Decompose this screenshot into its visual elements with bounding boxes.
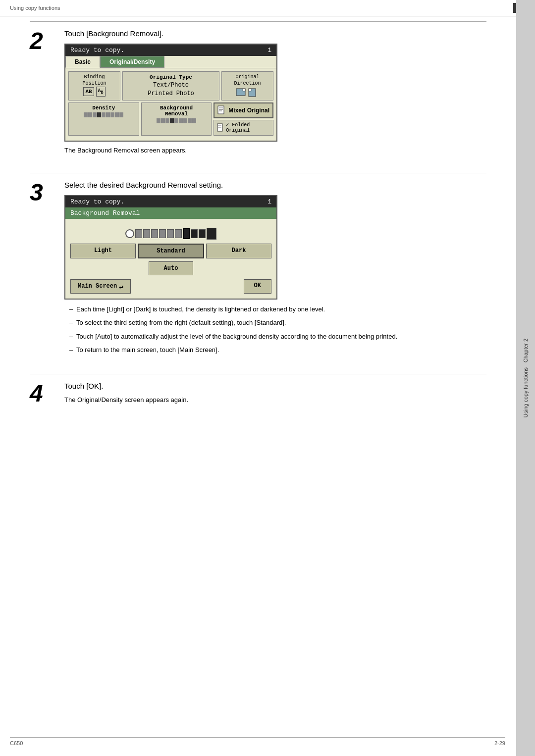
original-type-label: Original Type (126, 74, 216, 81)
svg-rect-1 (243, 89, 245, 91)
footer-right: 2-29 (494, 740, 505, 746)
density-bar-1 (72, 112, 136, 117)
bgr-header-number: 1 (268, 198, 271, 205)
bullet-1: Each time [Light] or [Dark] is touched, … (69, 304, 486, 314)
tab-basic[interactable]: Basic (65, 56, 100, 68)
screen-tabs-1: Basic Original/Density (65, 56, 276, 68)
btn-standard[interactable]: Standard (138, 244, 204, 258)
screen-row-2: Density (68, 102, 273, 136)
slider-block-4 (159, 229, 166, 238)
density-bar-2 (145, 118, 209, 123)
main-content: 2 Touch [Background Removal]. Ready to c… (0, 16, 516, 442)
step-3-title: Select the desired Background Removal se… (64, 181, 486, 189)
doc-icon-zfolded (217, 123, 224, 132)
step-3-number: 3 (30, 181, 54, 359)
footer-left: C650 (10, 740, 23, 746)
cell-mixed-original[interactable]: Mixed Original (214, 102, 273, 118)
slider-block-1 (135, 229, 142, 238)
slider-block-dark (207, 228, 216, 240)
step-2-title: Touch [Background Removal]. (64, 29, 486, 38)
direction-icon-2 (248, 88, 259, 97)
bgr-footer-row: Main Screen ↵ OK (70, 279, 271, 294)
step-2-caption: The Background Removal screen appears. (64, 147, 486, 154)
bgr-screen-header: Ready to copy. 1 (65, 196, 276, 207)
screen-row-1: Binding Position AB AB Original Type Tex… (68, 71, 273, 101)
step-2-section: 2 Touch [Background Removal]. Ready to c… (30, 21, 486, 158)
direction-icon-1 (236, 88, 247, 97)
cell-binding-position[interactable]: Binding Position AB AB (68, 71, 120, 101)
binding-icons: AB AB (72, 87, 117, 97)
cell-original-type[interactable]: Original Type Text/Photo Printed Photo (122, 71, 219, 101)
screen-mockup-1: Ready to copy. 1 Basic Original/Density … (64, 44, 277, 142)
ab-icon-2: AB (96, 87, 106, 97)
tab-original-density[interactable]: Original/Density (100, 56, 164, 68)
bullet-2: To select the third setting from the rig… (69, 318, 486, 328)
step-2-number: 2 (30, 29, 54, 158)
btn-light[interactable]: Light (70, 244, 136, 258)
step-3-section: 3 Select the desired Background Removal … (30, 173, 486, 359)
step-4-section: 4 Touch [OK]. The Original/Density scree… (30, 374, 486, 407)
slider-block-5 (167, 229, 174, 238)
svg-rect-3 (249, 89, 251, 91)
bgr-ready-text: Ready to copy. (70, 198, 124, 205)
step-4-caption: The Original/Density screen appears agai… (64, 396, 486, 403)
slider-block-3 (151, 229, 158, 238)
btn-ok[interactable]: OK (244, 279, 271, 294)
sidebar-chapter-label: Chapter 2 (523, 339, 529, 362)
bgr-slider-area (70, 228, 271, 240)
step-4-content: Touch [OK]. The Original/Density screen … (64, 382, 486, 407)
btn-auto[interactable]: Auto (149, 261, 194, 275)
direction-icons (225, 88, 270, 97)
ab-icon: AB (83, 87, 94, 96)
slider-block-selected (183, 228, 190, 239)
btn-main-screen[interactable]: Main Screen ↵ (70, 279, 131, 294)
step-3-bullets: Each time [Light] or [Dark] is touched, … (64, 304, 486, 355)
text-photo-label: Text/Photo Printed Photo (126, 81, 216, 98)
btn-dark[interactable]: Dark (206, 244, 271, 258)
bgr-slider-visual (125, 228, 216, 240)
svg-rect-8 (217, 124, 222, 131)
slider-block-6 (175, 229, 182, 238)
page-footer: C650 2-29 (10, 737, 505, 746)
bgr-body: Light Standard Dark Auto Main Screen ↵ (65, 219, 276, 299)
cell-original-direction[interactable]: Original Direction (221, 71, 273, 101)
bullet-4: To return to the main screen, touch [Mai… (69, 345, 486, 355)
step-3-content: Select the desired Background Removal se… (64, 181, 486, 359)
screen-body-1: Binding Position AB AB Original Type Tex… (65, 68, 276, 141)
bgr-buttons-row: Light Standard Dark (70, 244, 271, 258)
step-4-title: Touch [OK]. (64, 382, 486, 390)
slider-block-2 (143, 229, 150, 238)
screen-header-1: Ready to copy. 1 (65, 45, 276, 56)
right-cells: Mixed Original Z-Folded Original (214, 102, 273, 136)
main-screen-arrow-icon: ↵ (119, 282, 123, 291)
screen-header-number-1: 1 (268, 47, 271, 54)
slider-block-8 (199, 229, 206, 238)
cell-background-removal[interactable]: Background Removal (141, 102, 212, 136)
bgr-title-bar: Background Removal (65, 207, 276, 219)
bullet-3: Touch [Auto] to automatically adjust the… (69, 332, 486, 342)
header-left-text: Using copy functions (10, 5, 60, 11)
step-4-number: 4 (30, 382, 54, 407)
cell-z-folded[interactable]: Z-Folded Original (214, 120, 273, 136)
slider-block-7 (191, 229, 198, 238)
cell-density[interactable]: Density (68, 102, 139, 136)
screen-ready-text-1: Ready to copy. (70, 47, 124, 54)
svg-rect-4 (218, 106, 224, 114)
page-header: Using copy functions 2 (0, 0, 535, 16)
bgr-screen: Ready to copy. 1 Background Removal (64, 195, 277, 300)
slider-circle (125, 229, 134, 238)
step-2-content: Touch [Background Removal]. Ready to cop… (64, 29, 486, 158)
doc-icon-mixed (217, 105, 225, 115)
sidebar-section-label: Using copy functions (523, 367, 529, 418)
bgr-auto-row: Auto (70, 261, 271, 275)
right-sidebar: Chapter 2 Using copy functions (516, 0, 535, 756)
